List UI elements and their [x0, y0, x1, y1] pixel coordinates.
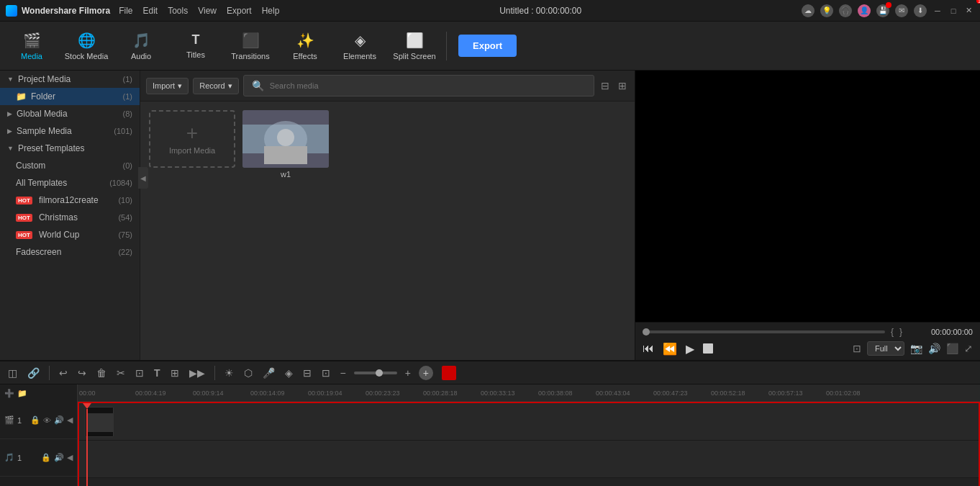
- menu-help[interactable]: Help: [262, 6, 280, 16]
- grid-view-icon[interactable]: ⊞: [616, 78, 629, 94]
- cloud-icon[interactable]: ☁: [802, 4, 815, 17]
- toolbar-media[interactable]: 🎬 Media: [6, 25, 58, 67]
- delete-button[interactable]: 🗑: [94, 365, 109, 381]
- zoom-out-button[interactable]: −: [338, 365, 348, 381]
- toolbar-elements[interactable]: ◈ Elements: [334, 25, 386, 67]
- sidebar-item-global-media[interactable]: ▶ Global Media (8): [0, 105, 140, 122]
- link-button[interactable]: 🔗: [25, 365, 42, 381]
- track-volume-button[interactable]: 🔊: [54, 415, 64, 425]
- video-track-icon: 🎬: [4, 415, 14, 425]
- zoom-slider[interactable]: [354, 372, 397, 374]
- screenshot-icon[interactable]: 📷: [910, 343, 922, 354]
- volume-icon[interactable]: 🔊: [928, 343, 940, 354]
- speed-button[interactable]: ▶▶: [187, 365, 207, 381]
- sidebar-item-filmora12create[interactable]: HOT filmora12create (10): [0, 192, 140, 209]
- toolbar-stock-media[interactable]: 🌐 Stock Media: [60, 25, 112, 67]
- play-button[interactable]: ▶: [686, 342, 694, 356]
- minimize-button[interactable]: ─: [933, 6, 943, 16]
- save-icon[interactable]: 💾: [876, 4, 889, 17]
- toolbar-titles[interactable]: T Titles: [170, 25, 222, 67]
- import-dropdown[interactable]: Import ▾: [146, 78, 189, 94]
- fullscreen-icon[interactable]: ⤢: [964, 343, 973, 354]
- frame-back-button[interactable]: ⏪: [663, 342, 677, 356]
- bracket-right[interactable]: }: [899, 327, 902, 337]
- pip-button[interactable]: ⊡: [319, 365, 332, 381]
- bracket-left[interactable]: {: [891, 327, 894, 337]
- track-collapse-button[interactable]: ◀: [67, 415, 73, 425]
- menu-export[interactable]: Export: [227, 6, 252, 16]
- menu-file[interactable]: File: [119, 6, 132, 16]
- track-collapse-button2[interactable]: ◀: [67, 453, 73, 462]
- bulb-icon[interactable]: 💡: [820, 4, 833, 17]
- timeline-toolbar-divider2: [214, 366, 215, 380]
- toolbar-effects[interactable]: ✨ Effects: [279, 25, 331, 67]
- timeline-add-track: ➕ 📁: [0, 384, 77, 402]
- skip-back-button[interactable]: ⏮: [643, 342, 654, 355]
- track-mute-button[interactable]: 👁: [43, 416, 51, 425]
- ruler-mark-6: 00:00:28:18: [423, 390, 458, 397]
- media-item-w1[interactable]: w1: [242, 110, 329, 179]
- sidebar-item-folder[interactable]: 📁 Folder (1): [0, 88, 140, 105]
- toolbar-transitions[interactable]: ⬛ Transitions: [224, 25, 276, 67]
- menu-edit[interactable]: Edit: [142, 6, 158, 16]
- sidebar-item-christmas[interactable]: HOT Christmas (54): [0, 209, 140, 226]
- user-avatar[interactable]: 👤: [858, 4, 871, 17]
- video-clip[interactable]: [85, 407, 114, 437]
- snap-button[interactable]: ◫: [6, 365, 19, 381]
- crop-button[interactable]: ⊡: [133, 365, 146, 381]
- add-track-button[interactable]: +: [419, 366, 433, 380]
- add-track-icon[interactable]: ➕: [4, 389, 14, 398]
- voice-button[interactable]: 🎤: [260, 365, 277, 381]
- preview-panel: { } 00:00:00:00 ⏮ ⏪ ▶ ⊡ Full 📷 🔊 ⬛ ⤢: [635, 71, 980, 360]
- video-track-area[interactable]: [79, 403, 979, 441]
- timeline-outer: ➕ 📁 🎬 1 🔒 👁 🔊 ◀ 🎵 1 🔒 🔊: [0, 384, 980, 486]
- download-icon[interactable]: ⬇: [914, 4, 927, 17]
- titlebar: Wondershare Filmora File Edit Tools View…: [0, 0, 980, 22]
- fit-icon[interactable]: ⊡: [853, 343, 861, 354]
- sidebar-item-sample-media[interactable]: ▶ Sample Media (101): [0, 122, 140, 140]
- add-track-icon2[interactable]: 📁: [17, 389, 27, 398]
- cut-button[interactable]: ✂: [114, 365, 127, 381]
- sidebar-item-custom[interactable]: Custom (0): [0, 157, 140, 174]
- progress-bar[interactable]: [643, 330, 885, 333]
- adjust-button[interactable]: ⊞: [168, 365, 181, 381]
- zoom-in-button[interactable]: +: [403, 365, 413, 381]
- sidebar-item-preset-templates[interactable]: ▼ Preset Templates: [0, 140, 140, 157]
- close-button[interactable]: ✕: [964, 6, 974, 16]
- sticker-button[interactable]: ◈: [283, 365, 295, 381]
- sidebar-item-all-templates[interactable]: All Templates (1084): [0, 174, 140, 192]
- color-button[interactable]: ☀: [222, 365, 236, 381]
- quality-selector[interactable]: Full: [867, 341, 904, 356]
- track-lock-button[interactable]: 🔒: [30, 415, 40, 425]
- export-button[interactable]: Export: [458, 35, 517, 57]
- track-lock-button2[interactable]: 🔒: [41, 453, 51, 462]
- timeline-track-headers: ➕ 📁 🎬 1 🔒 👁 🔊 ◀ 🎵 1 🔒 🔊: [0, 384, 78, 486]
- menu-view[interactable]: View: [198, 6, 217, 16]
- playhead[interactable]: [86, 403, 88, 486]
- stop-button[interactable]: [703, 343, 713, 354]
- undo-button[interactable]: ↩: [57, 365, 70, 381]
- stabilize-button[interactable]: ⬡: [242, 365, 255, 381]
- maximize-button[interactable]: □: [948, 6, 958, 16]
- sidebar-item-project-media[interactable]: ▼ Project Media (1): [0, 71, 140, 88]
- mail-icon[interactable]: ✉1: [895, 4, 908, 17]
- sidebar-item-fadescreen[interactable]: Fadescreen (22): [0, 243, 140, 261]
- track-mute-button2[interactable]: 🔊: [54, 453, 64, 462]
- toolbar-audio[interactable]: 🎵 Audio: [115, 25, 167, 67]
- menu-tools[interactable]: Tools: [168, 6, 188, 16]
- export-frame-icon[interactable]: ⬛: [946, 343, 958, 354]
- collapse-panel-button[interactable]: ◀: [138, 167, 148, 189]
- mosaic-button[interactable]: ⊟: [301, 365, 314, 381]
- thumbnail-image: [242, 110, 329, 168]
- filter-icon[interactable]: ⊟: [599, 78, 612, 94]
- sidebar-item-world-cup[interactable]: HOT World Cup (75): [0, 226, 140, 243]
- redo-button[interactable]: ↪: [76, 365, 89, 381]
- toolbar-split-screen[interactable]: ⬜ Split Screen: [389, 25, 440, 67]
- text-button[interactable]: T: [152, 365, 163, 381]
- headset-icon[interactable]: 🎧: [839, 4, 852, 17]
- audio-track-area[interactable]: [79, 441, 979, 478]
- progress-thumb[interactable]: [643, 328, 650, 336]
- record-dropdown[interactable]: Record ▾: [193, 78, 238, 94]
- import-media-button[interactable]: + Import Media: [149, 110, 235, 168]
- search-input[interactable]: [270, 81, 588, 90]
